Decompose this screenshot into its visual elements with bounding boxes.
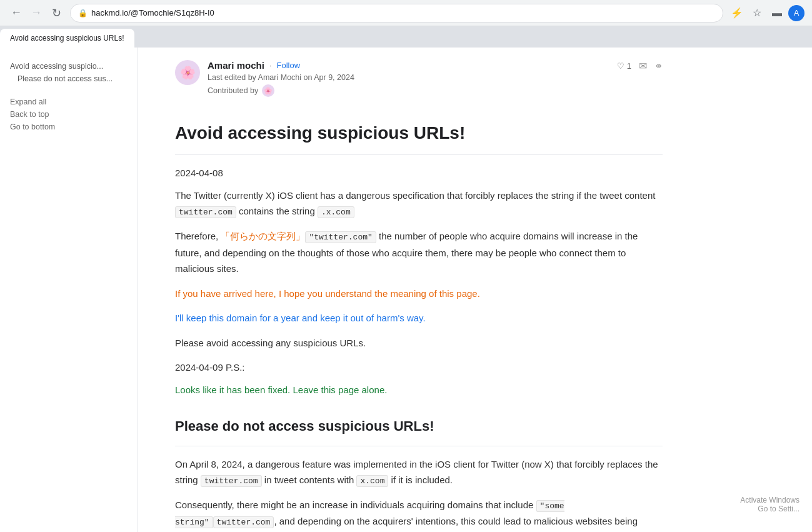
section2-code2: x.com (356, 475, 388, 487)
section2-para2: Consequently, there might be an increase… (175, 497, 663, 532)
section1-blue-link[interactable]: keep it out of harm's way. (320, 313, 426, 323)
go-to-bottom-link[interactable]: Go to bottom (10, 123, 127, 131)
section1-blue-para1-before: I'll keep this domain for a year and (175, 313, 320, 323)
bookmark-button[interactable]: ☆ (748, 4, 766, 22)
avatar-emoji: 🌸 (180, 65, 196, 80)
section1-code3: "twitter.com" (305, 231, 376, 243)
section2-para1-end: if it is included. (388, 474, 453, 485)
author-left: 🌸 Amari mochi · Follow Last edited by Am… (175, 60, 354, 97)
browser-chrome: ← → ↻ 🔒 hackmd.io/@Tomochie/S1qz8H-I0 ⚡ … (0, 0, 812, 26)
lock-icon: 🔒 (78, 9, 88, 18)
section1-inline-quote: 「何らかの文字列」 (221, 231, 305, 241)
browser-actions: ⚡ ☆ ▬ A (728, 4, 804, 22)
sidebar-toggle-button[interactable]: ▬ (768, 4, 786, 22)
section1-blue-para2-text: Please avoid accessing any suspicious UR… (175, 338, 366, 348)
address-bar[interactable]: 🔒 hackmd.io/@Tomochie/S1qz8H-I0 (70, 4, 723, 23)
profile-button[interactable]: A (788, 5, 804, 21)
url-text: hackmd.io/@Tomochie/S1qz8H-I0 (91, 8, 214, 18)
article-title: Avoid accessing suspicious URLs! (175, 122, 663, 144)
author-info: Amari mochi · Follow Last edited by Amar… (208, 60, 354, 97)
follow-separator: · (269, 61, 272, 70)
section1-green-text: Looks like it has been fixed. Leave this… (175, 384, 387, 395)
section1-para2-before: Therefore, (175, 231, 221, 241)
last-edited-text: Last edited by Amari Mochi on Apr 9, 202… (208, 73, 354, 82)
activate-windows: Activate Windows Go to Setti... (740, 496, 799, 513)
bookmark-icon: ✉ (639, 60, 647, 72)
forward-button[interactable]: → (28, 4, 45, 22)
section1-para1: The Twitter (currently X) iOS client has… (175, 188, 663, 220)
bell-icon: ⚭ (654, 60, 663, 72)
notification-button[interactable]: ⚭ (654, 60, 663, 72)
toc-item-1[interactable]: Avoid accessing suspicio... (10, 60, 127, 73)
section2-para1: On April 8, 2024, a dangerous feature wa… (175, 456, 663, 489)
tab-title: Avoid accessing suspicious URLs! (10, 34, 124, 43)
back-to-top-link[interactable]: Back to top (10, 110, 127, 119)
section1-code2: .x.com (318, 206, 354, 218)
section1-orange-text: If you have arrived here, I hope you und… (175, 288, 480, 299)
page-wrapper: Avoid accessing suspicio... Please do no… (0, 48, 812, 532)
section1-orange-para: If you have arrived here, I hope you und… (175, 286, 663, 302)
section1-para1-before: The Twitter (currently X) iOS client has… (175, 190, 655, 201)
section1-blue-para2: Please avoid accessing any suspicious UR… (175, 335, 663, 351)
contrib-avatar-emoji: 🌸 (264, 87, 273, 95)
section2-code1: twitter.com (201, 475, 262, 487)
tab-bar: Avoid accessing suspicious URLs! (0, 26, 812, 48)
contributed-by-label: Contributed by (208, 86, 258, 95)
section1-para2: Therefore, 「何らかの文字列」"twitter.com" the nu… (175, 228, 663, 276)
activate-line2: Go to Setti... (740, 504, 799, 513)
sidebar: Avoid accessing suspicio... Please do no… (0, 48, 138, 532)
section1-para1-after: contains the string (236, 206, 318, 216)
section2-para2-before: Consequently, there might be an increase… (175, 499, 536, 510)
activate-line1: Activate Windows (740, 496, 799, 504)
author-meta: Last edited by Amari Mochi on Apr 9, 202… (208, 73, 354, 82)
article-divider (175, 154, 663, 155)
sidebar-actions: Expand all Back to top Go to bottom (10, 98, 127, 131)
section1-green-para: Looks like it has been fixed. Leave this… (175, 382, 663, 398)
section2-para1-mid: in tweet contents with (262, 474, 357, 485)
sidebar-toc: Avoid accessing suspicio... Please do no… (10, 60, 127, 85)
date-label-2: 2024-04-09 P.S.: (175, 359, 663, 376)
follow-button[interactable]: Follow (276, 61, 300, 70)
main-content: 🌸 Amari mochi · Follow Last edited by Am… (138, 48, 700, 532)
toc-item-2[interactable]: Please do not access sus... (10, 73, 127, 85)
nav-buttons: ← → ↻ (8, 4, 65, 22)
contrib-avatar: 🌸 (262, 84, 274, 97)
author-avatar: 🌸 (175, 60, 200, 85)
like-count: 1 (627, 61, 631, 71)
section1-blue-para1: I'll keep this domain for a year and kee… (175, 310, 663, 326)
section2-title: Please do not access suspicious URLs! (175, 418, 663, 436)
reload-button[interactable]: ↻ (48, 4, 65, 22)
author-name-row: Amari mochi · Follow (208, 60, 354, 71)
date-label-1: 2024-04-08 (175, 165, 663, 181)
like-button[interactable]: ♡ 1 (617, 61, 631, 71)
back-button[interactable]: ← (8, 4, 25, 22)
author-section: 🌸 Amari mochi · Follow Last edited by Am… (175, 60, 663, 107)
bookmark-action-button[interactable]: ✉ (639, 60, 647, 72)
heart-icon: ♡ (617, 61, 624, 71)
article: Avoid accessing suspicious URLs! 2024-04… (175, 122, 663, 532)
translate-button[interactable]: ⚡ (728, 4, 746, 22)
active-tab[interactable]: Avoid accessing suspicious URLs! (0, 29, 134, 48)
section2-code-twitter-com: twitter.com (213, 516, 274, 528)
section2-divider (175, 446, 663, 446)
author-actions: ♡ 1 ✉ ⚭ (617, 60, 663, 72)
author-name: Amari mochi (208, 60, 264, 71)
expand-all-link[interactable]: Expand all (10, 98, 127, 106)
contributed-by: Contributed by 🌸 (208, 84, 354, 97)
section1-code1: twitter.com (175, 206, 236, 218)
